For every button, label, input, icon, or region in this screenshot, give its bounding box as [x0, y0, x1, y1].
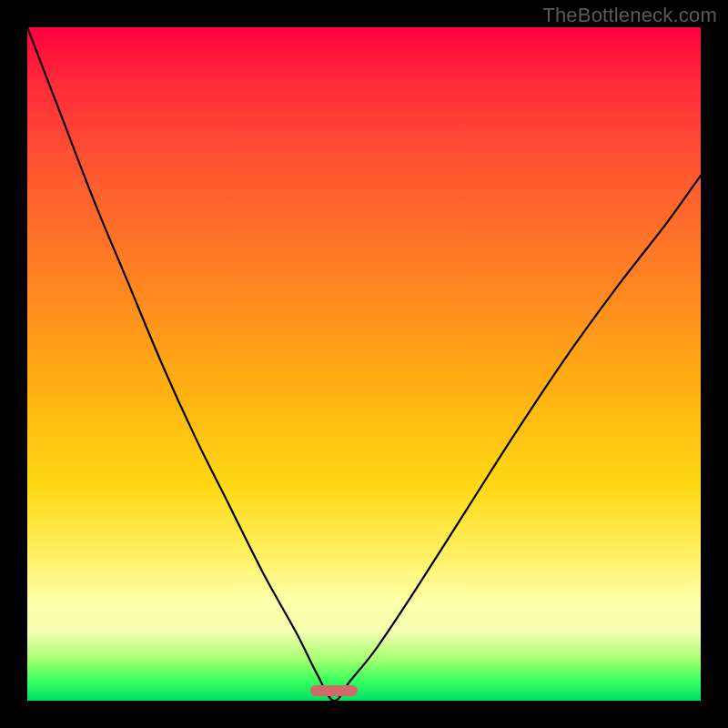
plot-area: [27, 27, 701, 701]
outer-frame: TheBottleneck.com: [0, 0, 728, 728]
watermark-text: TheBottleneck.com: [542, 4, 717, 27]
optimal-range-marker: [310, 685, 358, 696]
bottleneck-curve: [27, 27, 701, 701]
